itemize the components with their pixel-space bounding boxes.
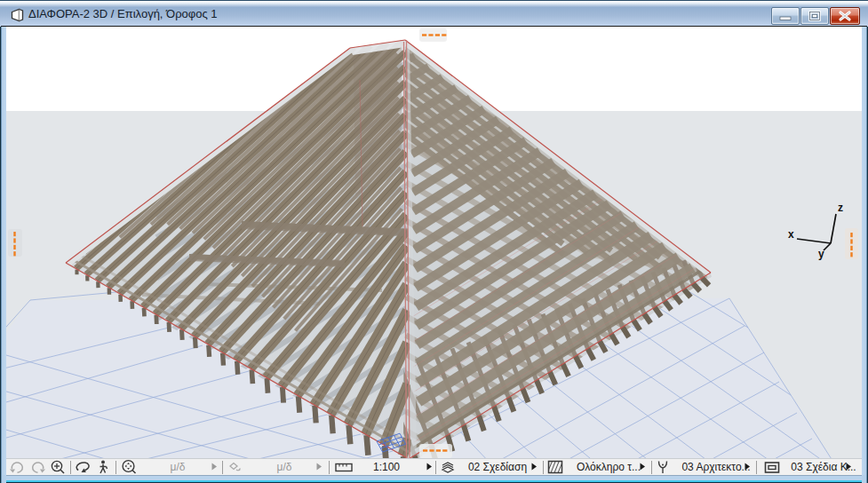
svg-text:z: z	[838, 202, 843, 214]
svg-text:x: x	[788, 228, 794, 241]
svg-text:y: y	[818, 248, 824, 260]
